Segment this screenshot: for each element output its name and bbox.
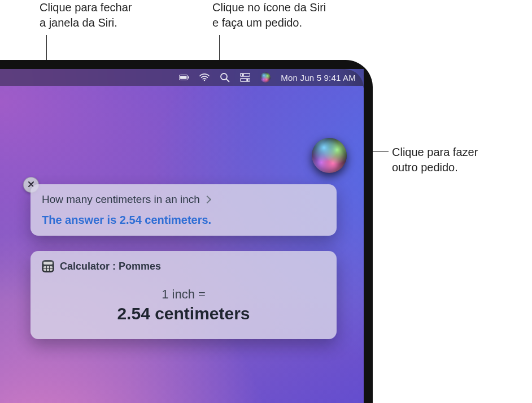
menubar: Mon Jun 5 9:41 AM xyxy=(0,69,364,86)
siri-orb-button[interactable] xyxy=(312,138,347,173)
svg-rect-1 xyxy=(180,76,186,79)
siri-query-link[interactable]: How many centimeters in an inch xyxy=(42,193,325,206)
calculator-line2: 2.54 centimeters xyxy=(42,304,325,323)
device-frame: Mon Jun 5 9:41 AM How many centimeters i… xyxy=(0,60,373,403)
calculator-header: Calculator : Pommes xyxy=(42,260,325,272)
callout-menubar-siri: Clique no ícone da Siri e faça um pedido… xyxy=(212,0,326,31)
svg-point-9 xyxy=(246,79,248,81)
control-center-icon[interactable] xyxy=(240,72,250,83)
chevron-right-icon xyxy=(203,196,211,203)
svg-point-3 xyxy=(204,80,206,81)
calculator-title: Calculator : Pommes xyxy=(60,261,161,272)
callout-close: Clique para fechar a janela da Siri. xyxy=(40,0,132,31)
svg-line-5 xyxy=(226,79,229,82)
calculator-line1: 1 inch = xyxy=(42,287,325,302)
svg-rect-2 xyxy=(188,76,189,79)
siri-answer-text: The answer is 2.54 centimeters. xyxy=(42,214,325,227)
siri-icon[interactable] xyxy=(260,72,271,83)
callout-orb: Clique para fazer outro pedido. xyxy=(392,145,478,175)
wifi-icon[interactable] xyxy=(199,72,210,83)
calculator-card: Calculator : Pommes 1 inch = 2.54 centim… xyxy=(30,251,337,339)
svg-point-7 xyxy=(242,74,244,76)
menubar-clock[interactable]: Mon Jun 5 9:41 AM xyxy=(281,73,356,83)
svg-rect-8 xyxy=(240,79,250,81)
siri-query-text: How many centimeters in an inch xyxy=(42,193,200,206)
desktop-screen: Mon Jun 5 9:41 AM How many centimeters i… xyxy=(0,69,364,403)
svg-rect-6 xyxy=(240,73,250,76)
siri-result-card: How many centimeters in an inch The answ… xyxy=(30,184,337,236)
calculator-icon xyxy=(42,260,54,272)
search-icon[interactable] xyxy=(220,72,230,83)
battery-icon[interactable] xyxy=(179,72,189,83)
